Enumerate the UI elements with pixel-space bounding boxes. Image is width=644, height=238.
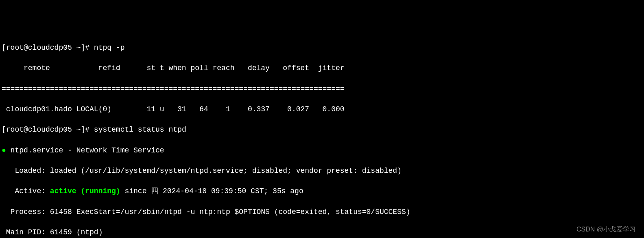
ntpq-header: remote refid st t when poll reach delay …	[2, 63, 642, 73]
command-text: ntpq -p	[94, 44, 125, 52]
process-line: Process: 61458 ExecStart=/usr/sbin/ntpd …	[2, 207, 642, 217]
active-since: since 四 2024-04-18 09:39:50 CST; 35s ago	[120, 187, 303, 195]
terminal-line: [root@cloudcdp05 ~]# systemctl status nt…	[2, 125, 642, 135]
shell-prompt: [root@cloudcdp05 ~]#	[2, 126, 94, 134]
main-pid-line: Main PID: 61459 (ntpd)	[2, 227, 642, 238]
status-dot-icon: ●	[2, 146, 6, 154]
service-title-line: ● ntpd.service - Network Time Service	[2, 145, 642, 156]
loaded-line: Loaded: loaded (/usr/lib/systemd/system/…	[2, 166, 642, 176]
active-label: Active:	[2, 187, 50, 195]
watermark: CSDN @小戈爱学习	[576, 225, 636, 234]
command-text: systemctl status ntpd	[94, 126, 186, 134]
service-name: ntpd.service - Network Time Service	[6, 146, 164, 154]
ntpq-separator: ========================================…	[2, 84, 642, 94]
terminal-line: [root@cloudcdp05 ~]# ntpq -p	[2, 43, 642, 53]
ntpq-row: cloudcdp01.hado LOCAL(0) 11 u 31 64 1 0.…	[2, 104, 642, 115]
active-line: Active: active (running) since 四 2024-04…	[2, 186, 642, 196]
shell-prompt: [root@cloudcdp05 ~]#	[2, 44, 94, 52]
active-status: active (running)	[50, 187, 120, 195]
